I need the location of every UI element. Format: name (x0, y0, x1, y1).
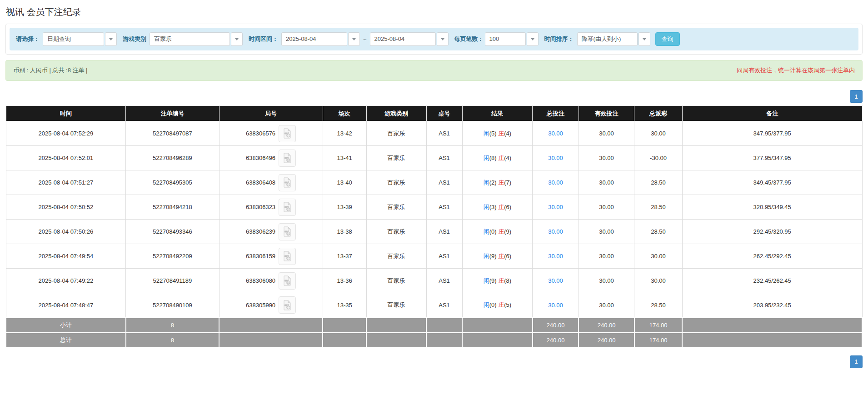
pagination-page-1[interactable]: 1 (850, 90, 863, 103)
footer-total-bet: 240.00 (533, 333, 579, 348)
round-video-button[interactable] (279, 272, 296, 290)
total-bet-link[interactable]: 30.00 (548, 155, 563, 161)
total-bet-link[interactable]: 30.00 (548, 277, 563, 284)
result-banker-label: 庄 (498, 179, 504, 186)
result-banker-label: 庄 (498, 228, 504, 235)
cell-result: 闲(5) 庄(4) (462, 121, 532, 146)
total-bet-link[interactable]: 30.00 (548, 253, 563, 260)
cell-table-no: AS1 (426, 244, 462, 269)
video-file-icon (283, 300, 292, 310)
cell-order-no: 522708494218 (126, 195, 219, 220)
video-file-icon (283, 128, 292, 139)
cell-remark: 203.95/232.45 (682, 293, 862, 318)
result-banker-count: (4) (504, 130, 511, 137)
result-player-count: (0) (489, 301, 497, 308)
cell-table-no: AS1 (426, 220, 462, 244)
column-header: 备注 (682, 106, 862, 121)
result-banker-label: 庄 (498, 277, 504, 284)
sort-arrow[interactable] (639, 32, 650, 46)
round-video-button[interactable] (279, 296, 296, 314)
cell-table-no: AS1 (426, 269, 462, 293)
footer-empty (219, 318, 323, 333)
cell-order-no: 522708490109 (126, 293, 219, 318)
column-header: 注单编号 (126, 106, 219, 121)
subtotal-row: 小计8240.00240.00174.00 (6, 318, 862, 333)
column-header: 时间 (6, 106, 126, 121)
result-player-count: (5) (489, 130, 497, 137)
cell-total-bet: 30.00 (533, 146, 579, 170)
footer-count: 8 (126, 318, 219, 333)
cell-round-no: 638306239 (219, 220, 323, 244)
round-video-button[interactable] (279, 248, 296, 265)
time-range-label: 时间区间： (249, 35, 278, 43)
table-row: 2025-08-04 07:49:22522708491189638306080… (6, 269, 862, 293)
date-to-arrow[interactable] (437, 32, 449, 46)
date-to-value[interactable]: 2025-08-04 (370, 32, 436, 46)
date-from-picker[interactable]: 2025-08-04 (281, 32, 360, 46)
result-player-label: 闲 (484, 179, 489, 186)
result-banker-count: (5) (504, 301, 511, 308)
select-mode-value[interactable]: 日期查询 (43, 32, 104, 46)
cell-table-no: AS1 (426, 195, 462, 220)
caret-down-icon (643, 38, 646, 40)
pagination-page-1[interactable]: 1 (850, 355, 863, 368)
game-type-arrow[interactable] (231, 32, 243, 46)
cell-session: 13-42 (323, 121, 366, 146)
column-header: 有效投注 (579, 106, 634, 121)
page-size-arrow[interactable] (527, 32, 539, 46)
cell-game-type: 百家乐 (366, 195, 426, 220)
round-video-button[interactable] (279, 174, 296, 191)
sort-value[interactable]: 降幂(由大到小) (577, 32, 638, 46)
video-file-icon (283, 275, 292, 286)
total-bet-link[interactable]: 30.00 (548, 179, 563, 186)
result-player-label: 闲 (484, 204, 489, 210)
cell-remark: 262.45/292.45 (682, 244, 862, 269)
video-file-icon (283, 251, 292, 261)
date-from-arrow[interactable] (348, 32, 360, 46)
footer-valid-bet: 240.00 (579, 333, 634, 348)
round-cell: 638306080 (221, 272, 321, 290)
cell-valid-bet: 30.00 (579, 293, 634, 318)
round-number: 638306576 (246, 130, 275, 137)
cell-game-type: 百家乐 (366, 170, 426, 195)
cell-remark: 347.95/377.95 (682, 121, 862, 146)
video-file-icon (283, 226, 292, 237)
game-type-value[interactable]: 百家乐 (150, 32, 230, 46)
result-player-count: (3) (489, 204, 497, 210)
round-video-button[interactable] (279, 150, 296, 167)
result-player-label: 闲 (484, 277, 489, 284)
cell-payout: 30.00 (634, 244, 683, 269)
result-player-label: 闲 (484, 130, 489, 137)
round-video-button[interactable] (279, 199, 296, 216)
range-tilde: ~ (363, 36, 367, 43)
total-bet-link[interactable]: 30.00 (548, 130, 563, 137)
result-player-count: (2) (489, 179, 497, 186)
cell-table-no: AS1 (426, 293, 462, 318)
date-from-value[interactable]: 2025-08-04 (281, 32, 347, 46)
total-bet-link[interactable]: 30.00 (548, 228, 563, 235)
result-player-label: 闲 (484, 253, 489, 260)
cell-session: 13-35 (323, 293, 366, 318)
total-bet-link[interactable]: 30.00 (548, 302, 563, 309)
cell-result: 闲(8) 庄(4) (462, 146, 532, 170)
select-mode-dropdown[interactable]: 日期查询 (43, 32, 117, 46)
round-video-button[interactable] (279, 223, 296, 240)
query-button[interactable]: 查询 (655, 32, 680, 46)
footer-total-bet: 240.00 (533, 318, 579, 333)
summary-bar: 币别 : 人民币 | 总共 :8 注单 | 同局有效投注，统一计算在该局第一张注… (5, 60, 863, 81)
round-video-button[interactable] (279, 125, 296, 142)
page-size-dropdown[interactable]: 100 (485, 32, 539, 46)
sort-dropdown[interactable]: 降幂(由大到小) (577, 32, 650, 46)
total-bet-link[interactable]: 30.00 (548, 204, 563, 210)
page-size-value[interactable]: 100 (485, 32, 526, 46)
cell-result: 闲(0) 庄(5) (462, 293, 532, 318)
select-mode-arrow[interactable] (105, 32, 117, 46)
result-player-label: 闲 (484, 301, 489, 308)
cell-session: 13-37 (323, 244, 366, 269)
filter-panel: 请选择： 日期查询 游戏类别 百家乐 时间区间： 2025-08-04 ~ 20… (5, 24, 863, 55)
game-type-dropdown[interactable]: 百家乐 (150, 32, 243, 46)
cell-time: 2025-08-04 07:50:26 (6, 220, 126, 244)
cell-round-no: 638305990 (219, 293, 323, 318)
cell-session: 13-38 (323, 220, 366, 244)
date-to-picker[interactable]: 2025-08-04 (370, 32, 449, 46)
